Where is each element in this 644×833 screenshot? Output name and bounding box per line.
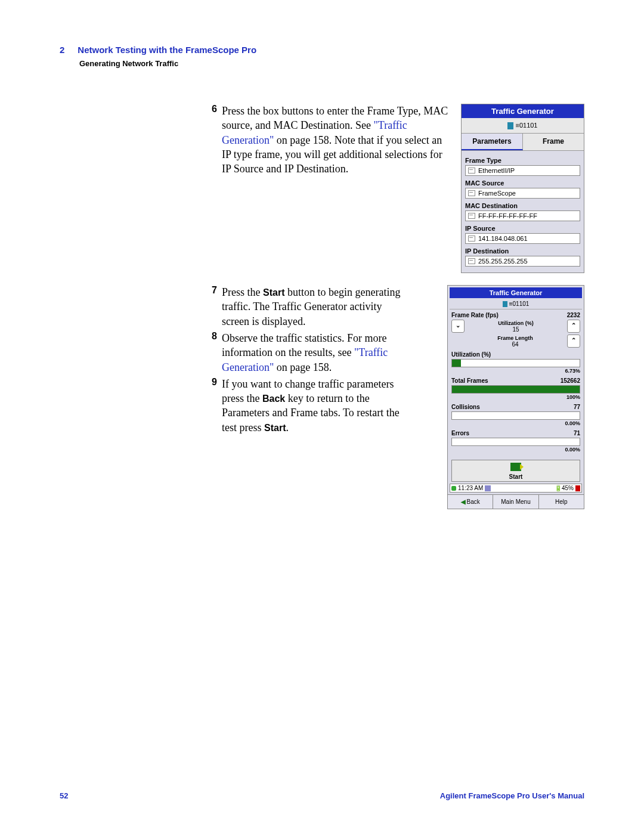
step-8-text: Observe the traffic statistics. For more… <box>222 331 405 374</box>
frame-rate-value: 2232 <box>567 312 580 318</box>
chapter-title: Network Testing with the FrameScope Pro <box>78 45 256 55</box>
start-icon <box>510 463 521 471</box>
collisions-bar <box>451 411 580 420</box>
step-6-number: 6 <box>203 104 217 176</box>
step-7-a: Press the <box>222 286 263 298</box>
ip-source-field[interactable]: 141.184.048.061 <box>465 233 580 244</box>
doc-icon <box>485 485 491 491</box>
step-6-text: Press the box buttons to enter the Frame… <box>222 104 449 176</box>
ip-dest-field[interactable]: 255.255.255.255 <box>465 256 580 267</box>
mac-dest-field[interactable]: FF-FF-FF-FF-FF-FF <box>465 210 580 221</box>
total-frames-label: Total Frames <box>451 377 488 384</box>
device-screenshot-activity: Traffic Generator ≡01101 Frame Rate (fps… <box>447 285 584 509</box>
connection-icon <box>507 122 513 129</box>
manual-title: Agilent FrameScope Pro User's Manual <box>440 791 584 800</box>
device2-title: Traffic Generator <box>450 287 582 298</box>
status-time: 11:23 AM <box>458 485 483 491</box>
ip-dest-label: IP Destination <box>465 247 580 255</box>
errors-bar <box>451 438 580 446</box>
ip-dest-value: 255.255.255.255 <box>478 258 528 265</box>
edit-icon <box>467 258 476 265</box>
status-bar: 11:23 AM 🔋 45% <box>450 484 582 493</box>
util-ctrl-label: Utilization (%) <box>498 320 534 326</box>
start-button-ref: Start <box>263 287 284 298</box>
tab-parameters[interactable]: Parameters <box>462 134 523 150</box>
device1-title: Traffic Generator <box>462 104 584 118</box>
page-header: 2 Network Testing with the FrameScope Pr… <box>60 45 584 68</box>
step-7-text: Press the Start button to begin generati… <box>222 285 405 329</box>
device1-subbar-text: ≡01101 <box>515 122 537 129</box>
start-label: Start <box>452 473 580 480</box>
frame-type-label: Frame Type <box>465 157 580 164</box>
errors-label: Errors <box>451 430 469 436</box>
total-frames-pct: 100% <box>451 394 580 400</box>
step-6-block: 6 Press the box buttons to enter the Fra… <box>203 104 449 178</box>
edit-icon <box>467 212 476 219</box>
mac-source-value: FrameScope <box>478 190 516 197</box>
collisions-value: 77 <box>574 404 580 410</box>
utilization-bar <box>451 359 580 367</box>
device1-subbar: ≡01101 <box>462 118 584 134</box>
collisions-pct: 0.00% <box>451 420 580 426</box>
step-9-text: If you want to change traffic parameters… <box>222 377 405 435</box>
connection-icon <box>503 301 507 307</box>
status-led-icon <box>451 486 456 491</box>
edit-icon <box>467 167 476 174</box>
chapter-number: 2 <box>60 45 64 55</box>
bolt-icon <box>575 485 580 491</box>
back-arrow-icon: ◀ <box>461 498 466 505</box>
step-8-number: 8 <box>203 331 217 374</box>
start-key-ref: Start <box>264 423 286 433</box>
step-8-b: on page 158. <box>274 361 332 373</box>
edit-icon <box>467 190 476 197</box>
flen-ctrl-label: Frame Length <box>497 335 533 341</box>
device-screenshot-parameters: Traffic Generator ≡01101 Parameters Fram… <box>461 104 584 273</box>
tab-frame[interactable]: Frame <box>523 134 584 150</box>
down-button[interactable]: ⌄ <box>451 320 465 333</box>
start-button[interactable]: Start <box>451 460 580 482</box>
total-frames-bar <box>451 385 580 394</box>
frame-type-field[interactable]: EthernetII/IP <box>465 165 580 176</box>
collisions-label: Collisions <box>451 404 480 410</box>
errors-value: 71 <box>574 430 580 436</box>
page-footer: 52 Agilent FrameScope Pro User's Manual <box>60 791 584 800</box>
device2-subbar: ≡01101 <box>450 298 582 309</box>
back-key-ref: Back <box>262 394 285 404</box>
ip-source-label: IP Source <box>465 225 580 232</box>
page-number: 52 <box>60 791 68 800</box>
frame-rate-label: Frame Rate (fps) <box>451 312 499 318</box>
edit-icon <box>467 235 476 242</box>
mac-dest-value: FF-FF-FF-FF-FF-FF <box>478 212 537 219</box>
utilization-pct: 6.73% <box>451 368 580 374</box>
total-frames-value: 152662 <box>561 377 580 384</box>
ip-source-value: 141.184.048.061 <box>478 235 528 242</box>
errors-pct: 0.00% <box>451 447 580 453</box>
frame-type-value: EthernetII/IP <box>478 167 515 174</box>
step-6-text-a: Press the box buttons to enter the Frame… <box>222 105 448 131</box>
up-button-2[interactable]: ⌃ <box>567 335 580 348</box>
status-battery: 45% <box>562 485 574 491</box>
mac-dest-label: MAC Destination <box>465 202 580 209</box>
mac-source-field[interactable]: FrameScope <box>465 188 580 199</box>
step-7-number: 7 <box>203 285 217 329</box>
section-title: Generating Network Traffic <box>79 59 584 68</box>
up-button[interactable]: ⌃ <box>567 320 580 333</box>
step-9-number: 9 <box>203 377 217 435</box>
step-9-c: . <box>286 422 289 433</box>
flen-ctrl-value: 64 <box>512 341 518 348</box>
main-menu-button[interactable]: Main Menu <box>493 495 538 509</box>
util-ctrl-value: 15 <box>512 326 519 333</box>
back-button[interactable]: ◀Back <box>448 495 493 509</box>
mac-source-label: MAC Source <box>465 179 580 187</box>
utilization-label: Utilization (%) <box>451 351 491 358</box>
help-button[interactable]: Help <box>539 495 584 509</box>
